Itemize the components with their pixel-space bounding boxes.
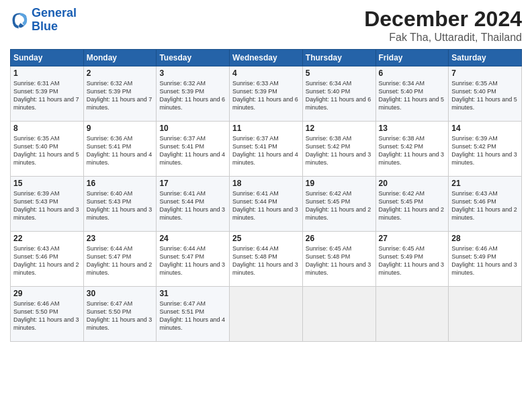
week-row-4: 22 Sunrise: 6:43 AMSunset: 5:46 PMDaylig… [11,232,522,287]
col-wednesday: Wednesday [230,50,303,66]
col-monday: Monday [83,50,157,66]
day-number: 9 [87,124,154,133]
cell-info: Sunrise: 6:39 AMSunset: 5:42 PMDaylight:… [451,135,517,166]
calendar-cell [302,287,375,342]
calendar-cell: 25 Sunrise: 6:44 AMSunset: 5:48 PMDaylig… [230,232,303,287]
day-number: 29 [13,289,81,298]
cell-info: Sunrise: 6:44 AMSunset: 5:47 PMDaylight:… [159,245,225,276]
logo: General Blue [10,7,77,34]
week-row-5: 29 Sunrise: 6:46 AMSunset: 5:50 PMDaylig… [11,287,522,342]
cell-info: Sunrise: 6:37 AMSunset: 5:41 PMDaylight:… [232,135,298,166]
calendar-cell [449,287,522,342]
calendar-cell: 22 Sunrise: 6:43 AMSunset: 5:46 PMDaylig… [11,232,84,287]
cell-info: Sunrise: 6:35 AMSunset: 5:40 PMDaylight:… [451,80,517,111]
calendar-cell: 5 Sunrise: 6:34 AMSunset: 5:40 PMDayligh… [302,66,375,122]
cell-info: Sunrise: 6:45 AMSunset: 5:48 PMDaylight:… [306,245,371,276]
cell-info: Sunrise: 6:42 AMSunset: 5:45 PMDaylight:… [306,190,371,221]
calendar-cell: 31 Sunrise: 6:47 AMSunset: 5:51 PMDaylig… [157,287,230,342]
cell-info: Sunrise: 6:31 AMSunset: 5:39 PMDaylight:… [13,80,79,111]
cell-info: Sunrise: 6:32 AMSunset: 5:39 PMDaylight:… [159,80,225,111]
day-number: 20 [379,179,446,188]
calendar-cell: 28 Sunrise: 6:46 AMSunset: 5:49 PMDaylig… [449,232,522,287]
header: General Blue December 2024 Fak Tha, Utta… [10,7,522,44]
calendar-cell: 30 Sunrise: 6:47 AMSunset: 5:50 PMDaylig… [83,287,157,342]
logo-line1: General [32,7,77,20]
calendar-cell: 12 Sunrise: 6:38 AMSunset: 5:42 PMDaylig… [302,122,375,177]
cell-info: Sunrise: 6:44 AMSunset: 5:47 PMDaylight:… [87,245,152,276]
cell-info: Sunrise: 6:47 AMSunset: 5:51 PMDaylight:… [159,300,225,331]
day-number: 7 [451,68,519,78]
calendar-cell: 9 Sunrise: 6:36 AMSunset: 5:41 PMDayligh… [83,122,157,177]
cell-info: Sunrise: 6:43 AMSunset: 5:46 PMDaylight:… [13,245,79,276]
calendar-cell: 27 Sunrise: 6:45 AMSunset: 5:49 PMDaylig… [375,232,449,287]
page: General Blue December 2024 Fak Tha, Utta… [0,0,532,411]
week-row-2: 8 Sunrise: 6:35 AMSunset: 5:40 PMDayligh… [11,122,522,177]
cell-info: Sunrise: 6:37 AMSunset: 5:41 PMDaylight:… [159,135,225,166]
day-number: 10 [159,124,226,133]
calendar-cell: 14 Sunrise: 6:39 AMSunset: 5:42 PMDaylig… [449,122,522,177]
calendar-cell: 1 Sunrise: 6:31 AMSunset: 5:39 PMDayligh… [11,66,84,122]
day-number: 18 [232,179,300,188]
calendar-cell: 18 Sunrise: 6:41 AMSunset: 5:44 PMDaylig… [230,177,303,232]
day-number: 22 [13,234,81,243]
day-number: 26 [306,234,373,243]
calendar-cell: 6 Sunrise: 6:34 AMSunset: 5:40 PMDayligh… [375,66,449,122]
calendar-cell [230,287,303,342]
calendar-cell: 23 Sunrise: 6:44 AMSunset: 5:47 PMDaylig… [83,232,157,287]
day-number: 12 [306,124,373,133]
cell-info: Sunrise: 6:43 AMSunset: 5:46 PMDaylight:… [451,190,517,221]
calendar-cell: 7 Sunrise: 6:35 AMSunset: 5:40 PMDayligh… [449,66,522,122]
day-number: 21 [451,179,519,188]
day-number: 30 [87,289,154,298]
cell-info: Sunrise: 6:41 AMSunset: 5:44 PMDaylight:… [232,190,298,221]
calendar-cell: 13 Sunrise: 6:38 AMSunset: 5:42 PMDaylig… [375,122,449,177]
cell-info: Sunrise: 6:38 AMSunset: 5:42 PMDaylight:… [379,135,445,166]
cell-info: Sunrise: 6:45 AMSunset: 5:49 PMDaylight:… [379,245,445,276]
day-number: 6 [379,68,446,78]
cell-info: Sunrise: 6:36 AMSunset: 5:41 PMDaylight:… [87,135,152,166]
day-number: 15 [13,179,81,188]
calendar-cell: 20 Sunrise: 6:42 AMSunset: 5:45 PMDaylig… [375,177,449,232]
cell-info: Sunrise: 6:46 AMSunset: 5:50 PMDaylight:… [13,300,79,331]
day-number: 19 [306,179,373,188]
week-row-3: 15 Sunrise: 6:39 AMSunset: 5:43 PMDaylig… [11,177,522,232]
day-number: 11 [232,124,300,133]
calendar-cell: 21 Sunrise: 6:43 AMSunset: 5:46 PMDaylig… [449,177,522,232]
month-title: December 2024 [364,7,522,32]
logo-icon [10,11,29,30]
calendar-cell: 2 Sunrise: 6:32 AMSunset: 5:39 PMDayligh… [83,66,157,122]
calendar-cell: 17 Sunrise: 6:41 AMSunset: 5:44 PMDaylig… [157,177,230,232]
calendar-cell: 29 Sunrise: 6:46 AMSunset: 5:50 PMDaylig… [11,287,84,342]
calendar-cell: 8 Sunrise: 6:35 AMSunset: 5:40 PMDayligh… [11,122,84,177]
calendar-cell: 19 Sunrise: 6:42 AMSunset: 5:45 PMDaylig… [302,177,375,232]
location-title: Fak Tha, Uttaradit, Thailand [364,32,522,44]
calendar-cell: 24 Sunrise: 6:44 AMSunset: 5:47 PMDaylig… [157,232,230,287]
calendar-cell: 26 Sunrise: 6:45 AMSunset: 5:48 PMDaylig… [302,232,375,287]
cell-info: Sunrise: 6:46 AMSunset: 5:49 PMDaylight:… [451,245,517,276]
col-friday: Friday [375,50,449,66]
day-number: 17 [159,179,226,188]
logo-line2: Blue [32,20,77,34]
cell-info: Sunrise: 6:39 AMSunset: 5:43 PMDaylight:… [13,190,79,221]
day-number: 24 [159,234,226,243]
title-area: December 2024 Fak Tha, Uttaradit, Thaila… [364,7,522,44]
cell-info: Sunrise: 6:35 AMSunset: 5:40 PMDaylight:… [13,135,79,166]
col-thursday: Thursday [302,50,375,66]
day-number: 1 [13,68,81,78]
day-number: 14 [451,124,519,133]
col-tuesday: Tuesday [157,50,230,66]
day-number: 31 [159,289,226,298]
day-number: 8 [13,124,81,133]
cell-info: Sunrise: 6:32 AMSunset: 5:39 PMDaylight:… [87,80,152,111]
cell-info: Sunrise: 6:42 AMSunset: 5:45 PMDaylight:… [379,190,445,221]
day-number: 27 [379,234,446,243]
cell-info: Sunrise: 6:34 AMSunset: 5:40 PMDaylight:… [379,80,445,111]
day-number: 16 [87,179,154,188]
cell-info: Sunrise: 6:41 AMSunset: 5:44 PMDaylight:… [159,190,225,221]
calendar-cell [375,287,449,342]
calendar-cell: 4 Sunrise: 6:33 AMSunset: 5:39 PMDayligh… [230,66,303,122]
day-number: 23 [87,234,154,243]
calendar-cell: 11 Sunrise: 6:37 AMSunset: 5:41 PMDaylig… [230,122,303,177]
week-row-1: 1 Sunrise: 6:31 AMSunset: 5:39 PMDayligh… [11,66,522,122]
day-number: 13 [379,124,446,133]
